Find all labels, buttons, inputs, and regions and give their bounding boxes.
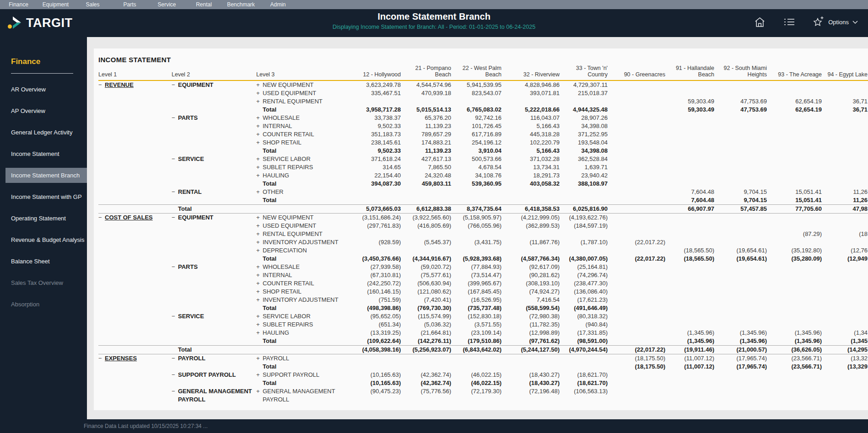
expand-icon[interactable]: + [256,130,263,139]
collapse-icon[interactable]: − [172,214,178,222]
top-menu-item-equipment[interactable]: Equipment [37,1,74,8]
row-label[interactable]: SUPPORT PAYROLL [263,371,319,379]
row-label[interactable]: USED EQUIPMENT [263,89,316,97]
expand-icon[interactable]: + [256,230,263,238]
row-label[interactable]: RENTAL [178,188,202,196]
row-label[interactable]: PAYROLL [178,354,205,363]
top-menu-item-parts[interactable]: Parts [111,1,148,8]
expand-icon[interactable]: + [256,371,263,379]
sidebar-item-income-statement[interactable]: Income Statement [0,143,87,165]
list-icon[interactable] [783,16,795,27]
sidebar-item-operating-statement[interactable]: Operating Statement [0,208,87,229]
expand-icon[interactable]: + [256,139,263,147]
row-label[interactable]: PAYROLL [263,354,289,363]
top-menu-item-finance[interactable]: Finance [0,1,37,8]
row-label[interactable]: RENTAL EQUIPMENT [263,230,323,238]
sidebar-item-revenue-budget-analysis[interactable]: Revenue & Budget Analysis [0,229,87,251]
collapse-icon[interactable]: − [172,114,178,122]
row-label[interactable]: WHOLESALE [263,114,300,122]
row-label[interactable]: SHOP RETAIL [263,288,302,296]
collapse-icon[interactable]: − [172,155,178,163]
row-label[interactable]: EQUIPMENT [178,214,213,222]
row-label[interactable]: REVENUE [105,81,134,89]
row-label[interactable]: GENERAL MANAGEMENT PAYROLL [178,387,256,404]
expand-icon[interactable]: + [256,81,263,89]
expand-icon[interactable]: + [256,114,263,122]
top-menu-item-sales[interactable]: Sales [74,1,111,8]
row-label[interactable]: EQUIPMENT [178,81,213,89]
collapse-icon[interactable]: − [98,354,105,363]
sidebar-item-ap-overview[interactable]: AP Overview [0,100,87,122]
targit-logo[interactable]: TARGIT [7,15,72,31]
collapse-icon[interactable]: − [98,214,105,222]
expand-icon[interactable]: + [256,222,263,230]
row-label[interactable]: USED EQUIPMENT [263,222,316,230]
expand-icon[interactable]: + [256,387,263,396]
expand-icon[interactable]: + [256,246,263,255]
row-label[interactable]: PARTS [178,263,198,271]
expand-icon[interactable]: + [256,171,263,180]
row-label[interactable]: GENERAL MANAGEMENT PAYROLL [263,387,345,404]
top-menu-item-benchmark[interactable]: Benchmark [222,1,259,8]
expand-icon[interactable]: + [256,263,263,271]
expand-icon[interactable]: + [256,89,263,97]
expand-icon[interactable]: + [256,288,263,296]
collapse-icon[interactable]: − [98,81,105,89]
sidebar-item-ar-overview[interactable]: AR Overview [0,79,87,100]
expand-icon[interactable]: + [256,321,263,329]
top-menu-item-service[interactable]: Service [148,1,185,8]
sidebar-item-balance-sheet[interactable]: Balance Sheet [0,251,87,272]
row-label[interactable]: HAULING [263,171,289,180]
row-label[interactable]: OTHER [263,188,284,196]
expand-icon[interactable]: + [256,155,263,163]
home-icon[interactable] [754,16,766,28]
collapse-icon[interactable]: − [172,81,178,89]
row-label[interactable]: COUNTER RETAIL [263,130,314,139]
expand-icon[interactable]: + [256,97,263,106]
row-label[interactable]: SUPPORT PAYROLL [178,371,236,379]
row-label[interactable]: HAULING [263,329,289,337]
row-label[interactable]: SERVICE LABOR [263,155,311,163]
row-label[interactable]: WHOLESALE [263,263,300,271]
row-label[interactable]: SERVICE [178,155,204,163]
row-label[interactable]: SUBLET REPAIRS [263,163,313,171]
row-label[interactable]: INTERNAL [263,122,292,130]
row-label[interactable]: SERVICE LABOR [263,312,311,321]
expand-icon[interactable]: + [256,296,263,304]
expand-icon[interactable]: + [256,279,263,288]
sidebar-item-income-statement-with-gp[interactable]: Income Statement with GP [0,186,87,208]
top-menu-item-rental[interactable]: Rental [185,1,222,8]
row-label[interactable]: SUBLET REPAIRS [263,321,313,329]
expand-icon[interactable]: + [256,163,263,171]
row-label[interactable]: SERVICE [178,312,204,321]
collapse-icon[interactable]: − [172,263,178,271]
expand-icon[interactable]: + [256,329,263,337]
expand-icon[interactable]: + [256,238,263,246]
row-label[interactable]: INVENTORY ADJUSTMENT [263,296,338,304]
row-label[interactable]: RENTAL EQUIPMENT [263,97,323,106]
row-label[interactable]: EXPENSES [105,354,137,363]
row-label[interactable]: SHOP RETAIL [263,139,302,147]
expand-icon[interactable]: + [256,271,263,279]
row-label[interactable]: DEPRECIATION [263,246,307,255]
row-label[interactable]: PARTS [178,114,198,122]
top-menu-item-admin[interactable]: Admin [259,1,297,8]
row-label[interactable]: COUNTER RETAIL [263,279,314,288]
options-button[interactable]: Options [828,19,849,26]
row-label[interactable]: INTERNAL [263,271,292,279]
expand-icon[interactable]: + [256,122,263,130]
options-star-icon[interactable] [812,16,825,28]
row-label[interactable]: NEW EQUIPMENT [263,214,313,222]
collapse-icon[interactable]: − [172,312,178,321]
chevron-down-icon[interactable] [852,19,859,25]
expand-icon[interactable]: + [256,214,263,222]
expand-icon[interactable]: + [256,354,263,363]
sidebar-item-general-ledger-activity[interactable]: General Ledger Activity [0,122,87,143]
collapse-icon[interactable]: − [172,188,178,196]
collapse-icon[interactable]: − [172,354,178,363]
row-label[interactable]: COST OF SALES [105,214,153,222]
expand-icon[interactable]: + [256,188,263,196]
sidebar-item-income-statement-branch[interactable]: Income Statement Branch [0,165,87,186]
expand-icon[interactable]: + [256,312,263,321]
collapse-icon[interactable]: − [172,387,178,396]
